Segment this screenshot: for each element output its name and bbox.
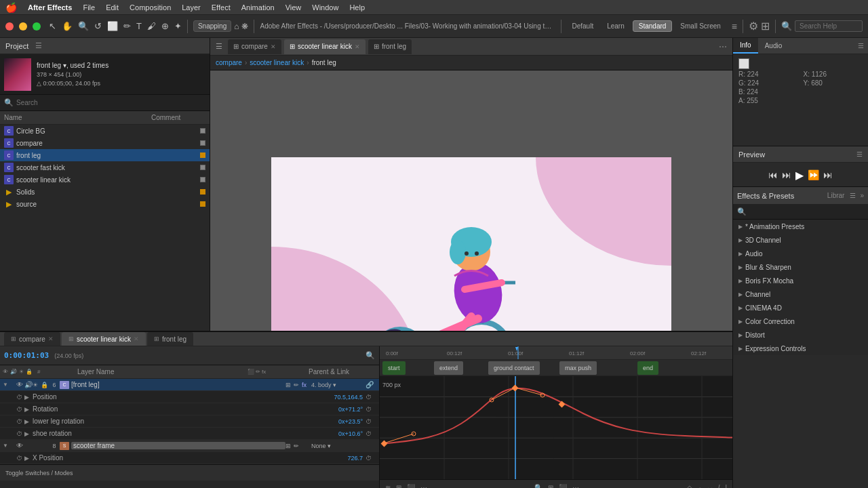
project-item-scooter-linear[interactable]: C scooter linear kick (0, 174, 210, 186)
menu-effect[interactable]: Effect (212, 3, 231, 12)
project-item-source[interactable]: ▶ source (0, 198, 210, 210)
timecode-display[interactable]: 0:00:01:03 (4, 351, 49, 360)
layer-solo-icon[interactable]: ☀ (33, 382, 41, 388)
project-item-circle-bg[interactable]: C Circle BG (0, 125, 210, 137)
menu-view[interactable]: View (285, 3, 302, 12)
graph-ease2-icon[interactable]: ⌣ (708, 484, 713, 489)
tool-clone[interactable]: ⊕ (161, 21, 169, 31)
preview-prev-frame[interactable]: ⏭ (782, 169, 791, 180)
project-item-compare[interactable]: C compare (0, 137, 210, 149)
layer-switch-1[interactable]: ⊞ (285, 443, 294, 449)
layer-audio-icon[interactable]: 🔊 (24, 381, 33, 388)
layer-rotation[interactable]: ⏱ ▶ Rotation 0x+71.2° ⏱ (0, 403, 379, 415)
effects-cat-color-correction[interactable]: ▶ Color Correction (733, 314, 868, 328)
tl-tab-close[interactable]: ✕ (48, 336, 54, 342)
graph-hold-icon[interactable]: | (725, 484, 727, 488)
property-expand-icon[interactable]: ▶ (24, 455, 33, 462)
tl-tab-compare[interactable]: ⊞ compare ✕ (4, 332, 60, 346)
layout-icon[interactable]: ⊞ (761, 20, 770, 33)
layer-expand-icon[interactable]: ▼ (3, 382, 9, 388)
effects-cat-blur-sharpen[interactable]: ▶ Blur & Sharpen (733, 260, 868, 274)
project-search-input[interactable] (16, 99, 205, 106)
tab-info[interactable]: Info (733, 38, 758, 54)
project-item-solids[interactable]: ▶ Solids (0, 186, 210, 198)
property-expand-icon[interactable]: ▶ (24, 418, 33, 425)
project-item-scooter-fast[interactable]: C scooter fast kick (0, 161, 210, 174)
effects-panel-expand[interactable]: » (860, 192, 864, 199)
stopwatch-icon[interactable]: ⏱ (16, 406, 24, 413)
graph-tool-3[interactable]: ⋯ (420, 484, 427, 488)
effects-library-tab[interactable]: Librar (827, 192, 845, 199)
graph-tool-1[interactable]: ⊞ (396, 484, 401, 488)
menu-animation[interactable]: Animation (241, 3, 275, 12)
breadcrumb-compare[interactable]: compare (216, 59, 242, 66)
project-panel-menu-icon[interactable]: ☰ (35, 41, 42, 50)
layer-lock-icon[interactable]: 🔒 (41, 382, 49, 388)
effects-cat-expression-controls[interactable]: ▶ Expression Controls (733, 342, 868, 355)
effects-cat-3d-channel[interactable]: ▶ 3D Channel (733, 233, 868, 247)
project-item-front-leg[interactable]: C front leg (0, 149, 210, 161)
preview-play[interactable]: ▶ (795, 169, 804, 182)
effects-cat-audio[interactable]: ▶ Audio (733, 247, 868, 260)
effects-cat-cinema4d[interactable]: ▶ CINEMA 4D (733, 301, 868, 314)
tl-tab-close-active[interactable]: ✕ (134, 336, 139, 342)
comp-panel-expand[interactable]: ⋯ (719, 42, 727, 52)
menu-composition[interactable]: Composition (130, 3, 171, 12)
tool-puppet[interactable]: ✦ (174, 21, 182, 31)
menu-edit[interactable]: Edit (106, 3, 119, 12)
stopwatch-icon[interactable]: ⏱ (16, 455, 24, 462)
close-button[interactable] (5, 22, 14, 30)
layer-parent-select[interactable]: 4. body ▾ (311, 382, 366, 388)
graph-keyframe-icon[interactable]: ◇ (687, 484, 692, 488)
stopwatch-icon2[interactable]: ⏱ (366, 418, 376, 425)
preview-last-frame[interactable]: ⏭ (823, 169, 833, 180)
effects-cat-distort[interactable]: ▶ Distort (733, 328, 868, 342)
property-expand-icon[interactable]: ▶ (24, 430, 33, 437)
search-timeline-icon[interactable]: 🔍 (366, 351, 375, 360)
marker-extend[interactable]: extend (434, 361, 463, 375)
layer-position[interactable]: ⏱ ▶ Position 70.5,164.5 ⏱ (0, 391, 379, 403)
marker-end[interactable]: end (637, 361, 658, 375)
toggle-switches-label[interactable]: Toggle Switches / Modes (5, 470, 73, 476)
tool-brush[interactable]: 🖌 (147, 21, 156, 31)
comp-tab-front-leg[interactable]: ⊞ front leg (368, 39, 412, 54)
comp-tab-close-active[interactable]: ✕ (355, 43, 360, 50)
snapping-toggle[interactable]: Snapping (193, 20, 231, 32)
tool-text[interactable]: T (136, 21, 142, 31)
settings-icon[interactable]: ⚙ (749, 20, 758, 33)
tl-tab-front-leg[interactable]: ⊞ front leg (147, 332, 193, 346)
stopwatch-icon[interactable]: ⏱ (16, 430, 24, 437)
tool-hand[interactable]: ✋ (62, 21, 73, 31)
effects-cat-boris[interactable]: ▶ Boris FX Mocha (733, 274, 868, 287)
menu-help[interactable]: Help (349, 3, 365, 12)
minimize-button[interactable] (19, 22, 27, 30)
effects-cat-channel[interactable]: ▶ Channel (733, 287, 868, 301)
property-expand-icon[interactable]: ▶ (24, 394, 33, 401)
tool-pen[interactable]: ✏ (123, 21, 131, 31)
graph-ease-icon[interactable]: ⌢ (698, 484, 703, 489)
menu-file[interactable]: File (83, 3, 95, 12)
layer-x-position[interactable]: ⏱ ▶ X Position 726.7 ⏱ (0, 452, 379, 464)
layer-front-leg[interactable]: ▼ 👁 🔊 ☀ 🔒 6 C [front leg] ⊞ ✏ fx 4. body… (0, 379, 379, 391)
graph-tool-5[interactable]: ⊞ (548, 484, 553, 488)
layer-expand-icon[interactable]: ▼ (3, 443, 9, 449)
layer-fx-badge[interactable]: fx (302, 382, 311, 388)
menu-window[interactable]: Window (312, 3, 338, 12)
layer-switch-1[interactable]: ⊞ (285, 382, 294, 388)
comp-tab-compare[interactable]: ⊞ compare ✕ (228, 39, 281, 54)
effects-search-input[interactable] (749, 208, 864, 216)
workspace-small[interactable]: Small Screen (675, 21, 726, 31)
layer-switch-2[interactable]: ✏ (294, 443, 302, 449)
snap-icon[interactable]: ⌂ (234, 22, 239, 31)
layer-shoe-rotation[interactable]: ⏱ ▶ shoe rotation 0x+10.6° ⏱ (0, 428, 379, 440)
tab-audio[interactable]: Audio (758, 38, 789, 54)
breadcrumb-scooter-linear[interactable]: scooter linear kick (250, 59, 304, 66)
property-expand-icon[interactable]: ▶ (24, 406, 33, 413)
apple-menu[interactable]: 🍎 (5, 2, 17, 13)
layer-parent-none[interactable]: None ▾ (311, 443, 366, 449)
comp-tab-close[interactable]: ✕ (271, 43, 276, 50)
stopwatch-icon2[interactable]: ⏱ (366, 430, 376, 437)
info-panel-menu[interactable]: ☰ (854, 42, 868, 49)
tool-rotate[interactable]: ↺ (94, 21, 102, 31)
graph-tool-4[interactable]: 🔍 (534, 484, 542, 488)
